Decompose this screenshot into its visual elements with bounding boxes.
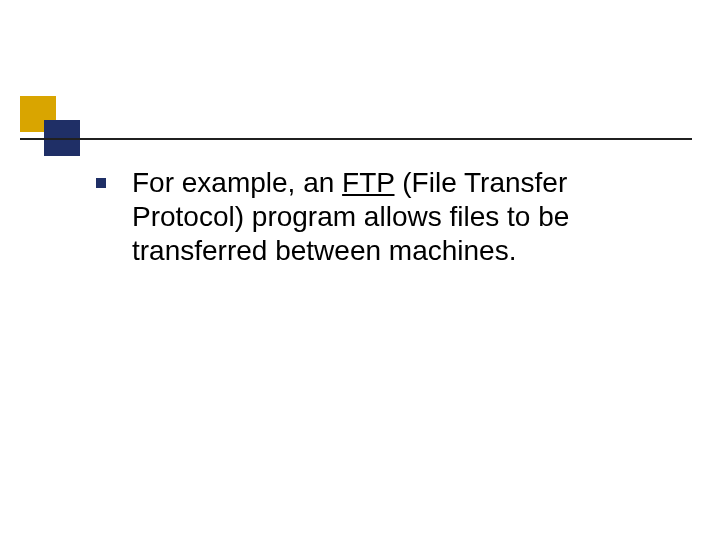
body-text: For example, an FTP (File Transfer Proto… bbox=[132, 166, 660, 268]
bullet-text-before: For example, an bbox=[132, 167, 342, 198]
bullet-item: For example, an FTP (File Transfer Proto… bbox=[132, 166, 660, 268]
slide: For example, an FTP (File Transfer Proto… bbox=[0, 0, 720, 540]
bullet-text-ftp: FTP bbox=[342, 167, 394, 198]
square-bullet-icon bbox=[96, 178, 106, 188]
horizontal-rule bbox=[20, 138, 692, 140]
